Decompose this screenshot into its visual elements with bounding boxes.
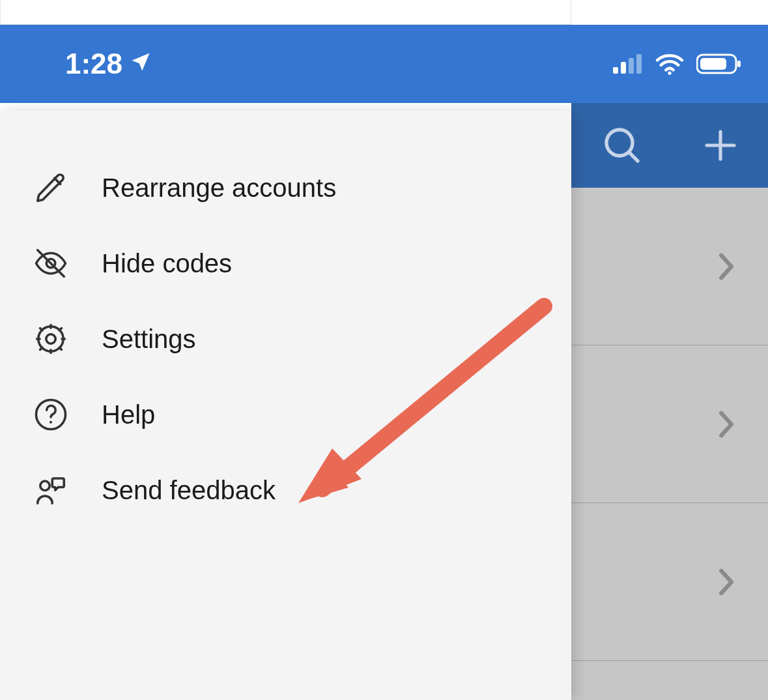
list-item[interactable] [571, 661, 768, 700]
svg-rect-1 [621, 62, 626, 74]
wifi-icon [655, 53, 685, 75]
background-account-list [571, 188, 768, 700]
menu-item-label: Rearrange accounts [102, 173, 336, 203]
menu-item-label: Hide codes [102, 249, 232, 278]
svg-rect-3 [636, 54, 642, 74]
menu-item-label: Send feedback [102, 476, 276, 505]
list-item[interactable] [571, 188, 768, 345]
chevron-right-icon [717, 252, 735, 281]
cellular-signal-icon [613, 54, 643, 74]
svg-rect-7 [737, 61, 741, 67]
status-time: 1:28 [65, 48, 122, 80]
main-screen-header [571, 103, 768, 188]
menu-item-rearrange-accounts[interactable]: Rearrange accounts [0, 150, 571, 226]
chevron-right-icon [717, 568, 735, 596]
add-icon[interactable] [702, 127, 739, 164]
svg-line-9 [629, 153, 637, 161]
menu-item-settings[interactable]: Settings [0, 301, 571, 377]
location-arrow-icon [129, 48, 152, 80]
svg-point-15 [46, 334, 55, 343]
chevron-right-icon [717, 410, 735, 439]
svg-line-12 [55, 178, 61, 184]
svg-rect-2 [629, 58, 634, 74]
search-icon[interactable] [601, 124, 643, 166]
eye-off-icon [33, 245, 69, 282]
gear-icon [33, 321, 69, 357]
menu-item-label: Help [102, 400, 155, 430]
battery-icon [696, 53, 742, 75]
status-bar: 1:28 [0, 25, 768, 103]
svg-point-18 [50, 421, 52, 424]
svg-point-16 [38, 327, 63, 351]
help-circle-icon [33, 396, 69, 433]
svg-point-4 [668, 72, 671, 75]
window-top-strip [0, 0, 571, 25]
list-item[interactable] [571, 503, 768, 661]
svg-rect-0 [613, 67, 618, 74]
status-bar-right [613, 53, 742, 75]
svg-rect-6 [700, 58, 726, 70]
pencil-icon [33, 169, 69, 206]
status-bar-left: 1:28 [65, 48, 152, 80]
menu-item-send-feedback[interactable]: Send feedback [0, 452, 571, 528]
menu-item-help[interactable]: Help [0, 377, 571, 452]
feedback-icon [33, 472, 69, 508]
side-menu-panel: Rearrange accounts Hide codes Settings [0, 111, 571, 700]
menu-item-label: Settings [102, 325, 196, 354]
svg-point-19 [40, 481, 50, 490]
menu-item-hide-codes[interactable]: Hide codes [0, 226, 571, 301]
list-item[interactable] [571, 345, 768, 503]
